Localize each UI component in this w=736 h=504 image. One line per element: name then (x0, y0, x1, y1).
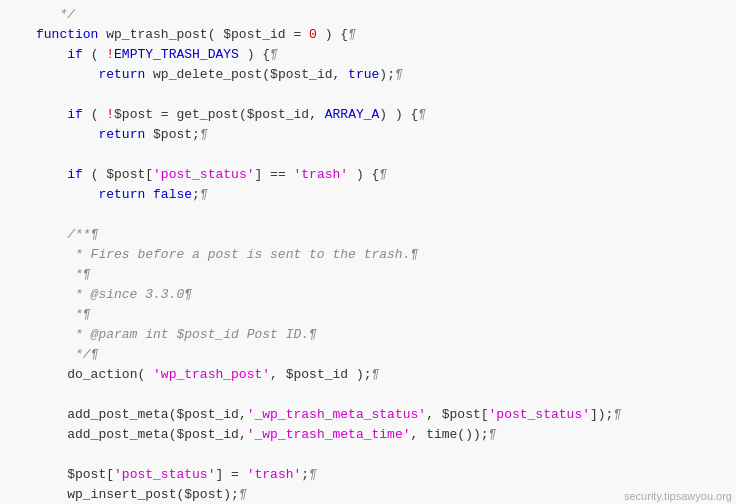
code-line: return wp_delete_post($post_id, true);¶ (0, 64, 736, 84)
code-line: */ (0, 4, 736, 24)
code-line: function wp_trash_post( $post_id = 0 ) {… (0, 24, 736, 44)
code-line: add_post_meta($post_id,'_wp_trash_meta_s… (0, 404, 736, 424)
code-line: if ( $post['post_status'] == 'trash' ) {… (0, 164, 736, 184)
code-line (0, 384, 736, 404)
code-line: *¶ (0, 304, 736, 324)
code-line (0, 84, 736, 104)
code-line: */¶ (0, 344, 736, 364)
code-line: /**¶ (0, 224, 736, 244)
watermark: security.tipsawyou.org (624, 490, 732, 502)
code-line: if ( !EMPTY_TRASH_DAYS ) {¶ (0, 44, 736, 64)
code-line (0, 204, 736, 224)
code-line: do_action( 'wp_trash_post', $post_id );¶ (0, 364, 736, 384)
code-line: * Fires before a post is sent to the tra… (0, 244, 736, 264)
code-line: return false;¶ (0, 184, 736, 204)
code-line (0, 444, 736, 464)
code-line: if ( !$post = get_post($post_id, ARRAY_A… (0, 104, 736, 124)
code-line: * @since 3.3.0¶ (0, 284, 736, 304)
code-line: add_post_meta($post_id,'_wp_trash_meta_t… (0, 424, 736, 444)
code-line: return $post;¶ (0, 124, 736, 144)
code-line: $post['post_status'] = 'trash';¶ (0, 464, 736, 484)
code-line (0, 144, 736, 164)
code-viewer: */ function wp_trash_post( $post_id = 0 … (0, 0, 736, 504)
code-line: *¶ (0, 264, 736, 284)
code-line: * @param int $post_id Post ID.¶ (0, 324, 736, 344)
